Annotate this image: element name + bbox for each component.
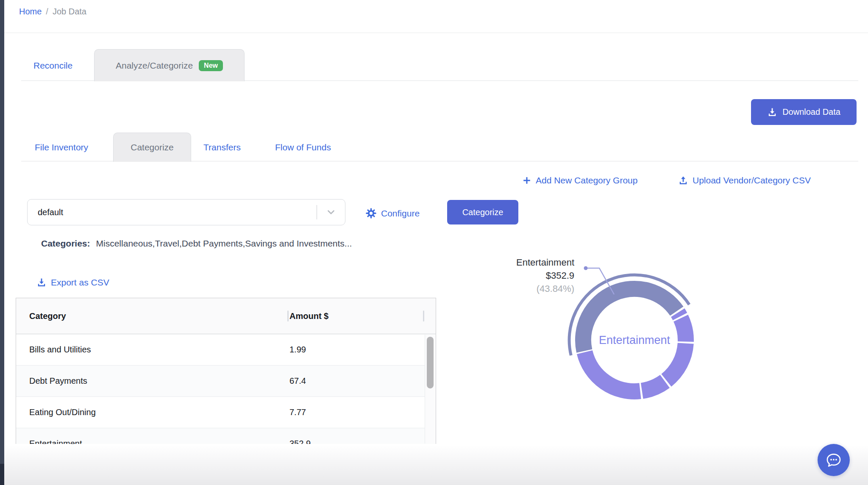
- tab-transfers[interactable]: Transfers: [203, 142, 241, 152]
- amount-cell: 1.99: [289, 345, 306, 355]
- table-header: Category Amount $: [16, 298, 436, 334]
- add-category-group-link[interactable]: Add New Category Group: [522, 175, 637, 186]
- column-resize-handle[interactable]: [423, 310, 424, 321]
- category-cell: Entertainment: [16, 439, 289, 444]
- upload-csv-label: Upload Vendor/Category CSV: [693, 175, 811, 186]
- configure-link[interactable]: Configure: [365, 208, 420, 219]
- categorize-button-label: Categorize: [462, 208, 504, 217]
- breadcrumb-current: Job Data: [53, 7, 86, 17]
- tab-flow-of-funds[interactable]: Flow of Funds: [275, 142, 331, 152]
- breadcrumb-home-link[interactable]: Home: [19, 7, 42, 17]
- sidebar-edge: [0, 0, 4, 485]
- category-group-select[interactable]: default: [27, 199, 345, 225]
- breadcrumb: Home / Job Data: [19, 7, 86, 17]
- chat-widget-button[interactable]: [818, 444, 850, 476]
- export-csv-label: Export as CSV: [51, 277, 109, 288]
- breadcrumb-separator: /: [46, 7, 48, 17]
- table-body: Bills and Utilities1.99Debt Payments67.4…: [16, 334, 436, 444]
- tab-categorize[interactable]: Categorize: [113, 133, 191, 162]
- tab-reconcile[interactable]: Reconcile: [33, 61, 72, 71]
- add-category-group-label: Add New Category Group: [536, 175, 637, 186]
- header-divider: [4, 33, 868, 33]
- tab-file-inventory[interactable]: File Inventory: [35, 142, 88, 152]
- callout-amount: $352.9: [487, 269, 574, 282]
- donut-segment[interactable]: [681, 318, 686, 341]
- download-icon: [36, 277, 47, 288]
- table-row: Entertainment352.9: [16, 428, 436, 444]
- categories-list: Miscellaneous,Travel,Debt Payments,Savin…: [96, 238, 352, 248]
- category-cell: Debt Payments: [16, 376, 289, 386]
- column-resize-handle[interactable]: [287, 310, 289, 321]
- column-header-category[interactable]: Category: [16, 311, 289, 321]
- amount-cell: 352.9: [289, 439, 311, 444]
- table-row: Eating Out/Dining7.77: [16, 397, 436, 428]
- donut-segment[interactable]: [584, 352, 640, 391]
- categorize-button[interactable]: Categorize: [447, 200, 518, 224]
- amount-cell: 67.4: [289, 376, 306, 386]
- page-bottom-fade: [4, 445, 868, 485]
- sidebar-edge-bottom: [0, 464, 4, 485]
- categories-label: Categories:: [41, 238, 90, 248]
- new-badge: New: [199, 60, 223, 71]
- donut-center-label: Entertainment: [599, 334, 670, 346]
- download-icon: [767, 107, 777, 117]
- column-header-amount[interactable]: Amount $: [289, 311, 328, 321]
- download-data-button[interactable]: Download Data: [751, 99, 857, 125]
- chevron-down-icon: [317, 207, 345, 218]
- export-csv-link[interactable]: Export as CSV: [36, 277, 109, 288]
- chat-icon: [825, 451, 843, 469]
- table-row: Bills and Utilities1.99: [16, 334, 436, 366]
- category-group-selected-value: default: [28, 208, 317, 217]
- gear-icon: [365, 208, 377, 219]
- donut-segment[interactable]: [642, 381, 665, 391]
- tab-analyze-categorize-label: Analyze/Categorize: [116, 61, 193, 71]
- upload-icon: [678, 175, 688, 186]
- category-cell: Bills and Utilities: [16, 345, 289, 355]
- table-scrollbar: [425, 335, 436, 443]
- callout-percent: (43.84%): [487, 282, 574, 295]
- download-data-label: Download Data: [782, 107, 840, 117]
- table-row: Debt Payments67.4: [16, 366, 436, 397]
- tab-analyze-categorize[interactable]: Analyze/Categorize New: [94, 49, 245, 81]
- plus-icon: [522, 176, 531, 185]
- tab-categorize-label: Categorize: [131, 142, 174, 152]
- category-cell: Eating Out/Dining: [16, 407, 289, 417]
- category-amount-table: Category Amount $ Bills and Utilities1.9…: [16, 298, 436, 444]
- upload-csv-link[interactable]: Upload Vendor/Category CSV: [678, 175, 811, 186]
- donut-segment[interactable]: [678, 313, 680, 316]
- amount-cell: 7.77: [289, 407, 306, 417]
- donut-segment[interactable]: [666, 344, 686, 380]
- callout-category-name: Entertainment: [487, 256, 574, 269]
- categories-summary: Categories:Miscellaneous,Travel,Debt Pay…: [41, 238, 352, 249]
- table-scrollbar-thumb[interactable]: [427, 337, 434, 388]
- configure-label: Configure: [381, 208, 420, 219]
- chart-callout: Entertainment $352.9 (43.84%): [487, 256, 574, 295]
